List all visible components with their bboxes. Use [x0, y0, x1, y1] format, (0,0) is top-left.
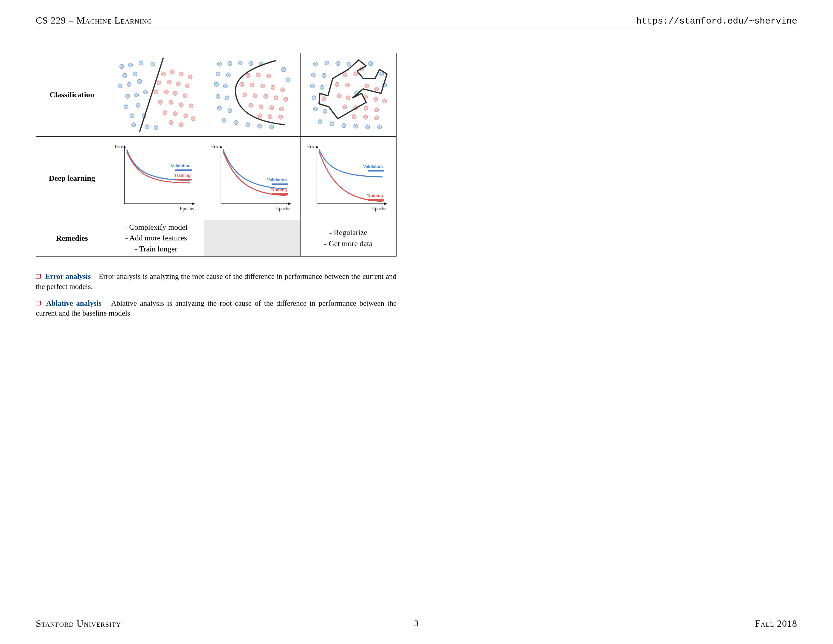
svg-point-92	[323, 109, 327, 113]
svg-point-106	[346, 83, 350, 87]
svg-point-91	[314, 107, 317, 111]
svg-point-4	[122, 73, 127, 77]
svg-point-46	[216, 72, 220, 76]
svg-rect-127	[175, 179, 192, 180]
page-footer: Stanford University 3 Fall 2018	[36, 615, 797, 629]
svg-point-95	[342, 124, 346, 128]
svg-point-86	[311, 73, 315, 77]
svg-point-119	[363, 115, 368, 119]
dl-goodfit: Error Epochs Validation Training	[204, 137, 300, 220]
svg-marker-131	[288, 203, 291, 205]
svg-point-121	[322, 97, 326, 101]
svg-text:Error: Error	[307, 144, 317, 149]
model-fit-table: Classification	[36, 53, 397, 256]
svg-point-76	[270, 106, 274, 110]
svg-text:Validation: Validation	[363, 164, 383, 169]
svg-point-37	[184, 114, 188, 118]
content-column: Classification	[36, 53, 397, 318]
svg-point-23	[157, 81, 161, 85]
svg-point-26	[185, 84, 189, 88]
svg-marker-141	[384, 203, 387, 205]
svg-rect-137	[272, 193, 288, 195]
svg-point-81	[314, 62, 317, 66]
svg-point-7	[127, 82, 131, 87]
svg-point-35	[163, 111, 167, 115]
svg-rect-126	[175, 169, 192, 171]
svg-text:Training: Training	[271, 187, 287, 192]
remedies-justfit	[204, 220, 300, 256]
svg-point-19	[161, 72, 166, 76]
page-header: CS 229 – Machine Learning https://stanfo…	[36, 15, 797, 29]
svg-point-107	[365, 84, 369, 88]
svg-point-42	[228, 61, 232, 66]
svg-point-94	[330, 122, 334, 126]
svg-point-63	[267, 74, 271, 78]
svg-point-77	[279, 107, 283, 111]
svg-rect-145	[368, 170, 384, 172]
svg-point-110	[346, 96, 350, 100]
bookmark-icon: ❐	[36, 273, 41, 280]
svg-point-49	[223, 84, 227, 88]
svg-point-67	[271, 85, 275, 90]
svg-point-99	[380, 72, 384, 76]
svg-point-21	[179, 72, 183, 76]
svg-point-82	[325, 61, 329, 65]
page-number: 3	[414, 618, 419, 628]
legend-validation: Validation	[171, 163, 190, 168]
svg-point-34	[189, 104, 193, 108]
svg-marker-125	[192, 203, 195, 205]
svg-point-62	[256, 73, 260, 77]
svg-point-75	[259, 105, 263, 109]
svg-point-59	[281, 68, 286, 72]
svg-point-14	[130, 114, 134, 118]
svg-point-5	[133, 72, 137, 76]
svg-point-55	[234, 121, 238, 125]
svg-point-44	[249, 61, 253, 66]
para-ablative-analysis: ❐ Ablative analysis – Ablative analysis …	[36, 298, 397, 319]
svg-point-24	[167, 80, 171, 84]
svg-point-36	[173, 111, 177, 116]
svg-text:Epochs: Epochs	[372, 206, 386, 211]
row-label-classification: Classification	[36, 53, 108, 137]
header-course: CS 229 – Machine Learning	[36, 15, 152, 26]
svg-point-28	[164, 90, 169, 94]
svg-point-20	[170, 70, 174, 74]
svg-point-60	[286, 78, 290, 82]
svg-text:Validation: Validation	[267, 177, 287, 182]
svg-point-73	[283, 97, 288, 101]
svg-point-17	[145, 125, 149, 129]
svg-point-85	[368, 61, 373, 66]
svg-point-88	[310, 84, 315, 88]
svg-point-74	[249, 103, 253, 107]
svg-point-58	[270, 125, 274, 129]
svg-point-48	[214, 82, 219, 87]
svg-point-30	[183, 93, 187, 98]
classification-underfit	[108, 53, 204, 137]
dl-overfit: Error Epochs Validation Training	[300, 137, 396, 220]
svg-point-117	[375, 108, 379, 112]
svg-point-114	[343, 105, 347, 109]
classification-overfit	[300, 53, 396, 137]
svg-text:Epochs: Epochs	[276, 206, 290, 211]
svg-point-79	[268, 114, 272, 119]
svg-point-108	[375, 87, 379, 91]
row-label-remedies: Remedies	[36, 220, 108, 256]
svg-point-43	[238, 61, 243, 65]
svg-point-64	[240, 82, 244, 87]
svg-point-31	[158, 100, 162, 105]
footer-right: Fall 2018	[755, 618, 797, 629]
svg-point-33	[179, 103, 183, 107]
svg-point-83	[336, 61, 340, 66]
svg-point-71	[264, 94, 268, 98]
svg-point-120	[375, 116, 379, 120]
bookmark-icon: ❐	[36, 300, 41, 307]
svg-rect-135	[272, 184, 288, 185]
svg-point-38	[191, 117, 195, 121]
svg-point-32	[169, 100, 173, 105]
svg-point-2	[139, 61, 143, 65]
svg-text:Training: Training	[367, 193, 383, 198]
svg-point-10	[135, 93, 138, 97]
svg-point-69	[243, 93, 247, 97]
dl-underfit: Error Epochs Validation Training	[108, 137, 204, 220]
svg-point-68	[281, 88, 285, 92]
